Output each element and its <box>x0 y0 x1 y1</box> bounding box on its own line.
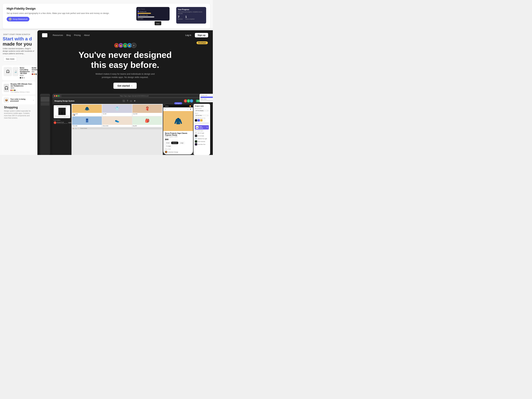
materialyou-name: Material You Light <box>198 138 207 139</box>
primary-bar <box>138 13 151 14</box>
grid-img-6: 🎒 <box>133 117 162 125</box>
beoplay-dot-dark <box>14 90 15 91</box>
avatar-name: Giorgi Bibileiishvili <box>13 18 27 20</box>
body-label: BODY › <box>195 113 209 114</box>
phone-signals: 📶 <box>189 105 191 107</box>
beoplay-shipping: Free shipping | Delivery in Stock <box>11 91 34 93</box>
color-palette-label: COLOR PALETTE › <box>195 118 209 119</box>
nav-right: Log in Sign up <box>183 33 208 38</box>
size-medium[interactable]: Medium <box>171 142 178 144</box>
tab-product[interactable]: Product Details <box>80 128 87 129</box>
secondary-color-row: Secondary color <box>138 14 168 16</box>
phone-action-icons: ♡ ⬆ <box>187 108 191 110</box>
get-started-button[interactable]: Get started → <box>113 82 137 89</box>
michael-name: Michael Scott <box>57 122 68 123</box>
your-theme-row: Aa Your theme ✎ <box>195 125 209 129</box>
thumb-block1 <box>41 97 49 102</box>
thumb-block2 <box>41 102 49 106</box>
nav-pricing[interactable]: Pricing <box>74 34 81 36</box>
left-light-col: DON'T START FROM SCRATCH Start with a d … <box>0 30 38 155</box>
grid-img-1: 🧥 <box>72 105 102 113</box>
see-more-button[interactable]: See more <box>3 57 17 61</box>
size-chart-link[interactable]: Size chart <box>165 148 191 150</box>
theme-edit-icon[interactable]: ✎ <box>207 127 208 128</box>
secondary-color-dot <box>138 14 139 16</box>
invite-accept-btn[interactable]: Invite <box>68 122 72 124</box>
michael-info: Michael Scott admilostine@gmail.com <box>57 122 68 124</box>
nav-login-btn[interactable]: Log in <box>183 33 193 38</box>
cta-section: DON'T START FROM SCRATCH Start with a d … <box>0 30 38 65</box>
grid-inner: 🧥 Hoody $90 <box>72 105 162 127</box>
nav-resources[interactable]: Resources <box>53 34 63 36</box>
start-desc: Unlike standard templates, Stage's desig… <box>0 47 38 55</box>
phone-info: Norse Projects Vagn Classic Popover Hood… <box>163 131 193 154</box>
nav-signup-btn[interactable]: Sign up <box>195 33 208 38</box>
app-content: Make project public <box>52 104 210 155</box>
body-select-chevron: › <box>208 115 208 116</box>
beoplay-dots <box>11 90 34 91</box>
tab-catalog[interactable]: 📋 <box>78 128 79 129</box>
panel-title: Project style <box>195 105 209 107</box>
premade-materialyou: Aa Material You Light <box>195 138 209 140</box>
headphones-info: Noise Cancelling Headphones 700 5329 $32… <box>20 67 30 78</box>
small-preview-thumbnail <box>40 94 50 155</box>
phone-header: ‹ ♡ ⬆ <box>163 108 193 111</box>
beoplay-dot-gold <box>12 90 14 91</box>
phone-back-btn[interactable]: ‹ <box>165 108 165 110</box>
progress-panel: Your Progress There will be your progres… <box>176 7 206 24</box>
text-icon: T <box>127 100 128 102</box>
swatch-white <box>203 119 205 121</box>
share-icon[interactable]: ⬆ <box>190 108 191 110</box>
secondary-bar <box>138 16 154 18</box>
avatar-dot <box>9 18 12 21</box>
beoplay-img: 🎧 <box>4 84 9 92</box>
qr-desc: Allow others to use your camera to previ… <box>54 115 70 118</box>
phone-status-bar: 09:41 📶 <box>163 104 193 108</box>
bottle-img: 🍶 <box>13 67 19 76</box>
size-large[interactable]: Large <box>179 142 184 144</box>
body-font-select[interactable]: SF Pro Text › <box>195 114 209 117</box>
stat-7: 7 fast done <box>178 15 183 20</box>
darkbluepink-thumb: Aa <box>195 143 197 146</box>
invite-title: Invite editors: <box>54 120 70 121</box>
dark-theme-panel: Dark Theme Primary color Secondary color… <box>136 7 170 21</box>
tab-home[interactable]: 🏠 <box>73 128 74 129</box>
collab-avatars: A B C <box>184 99 193 103</box>
grid-info-3: Scarf $35 <box>133 113 162 115</box>
component-icon: ❖ <box>134 100 136 102</box>
nav-about[interactable]: About <box>84 34 90 36</box>
text-colors-label: Text colors <box>138 18 168 19</box>
shopping-desc: Design system crafted especially for eco… <box>2 110 35 119</box>
shopping-cards: 🎧 🍶 Noise Cancelling Headphones 700 5329… <box>0 65 38 119</box>
window-url: https://app.stage.io/projects/84/48894re… <box>61 95 207 97</box>
dot-brown <box>34 74 35 75</box>
color-row: Industrial Orange <box>165 151 191 153</box>
page-wrapper: High-Fidelity Design Set up brand colors… <box>0 0 213 155</box>
grid-item-2: 👕 Tee $45 <box>102 105 132 116</box>
tab-search[interactable]: 🔍 <box>75 128 76 129</box>
color-palette-section: COLOR PALETTE › <box>195 118 209 124</box>
palette-chevron: › <box>208 118 209 119</box>
toolbar-icons: ⬛ T ◻ ❖ <box>77 100 181 102</box>
shopping-label: Shopping <box>2 106 35 109</box>
size-small[interactable]: Small <box>165 142 171 144</box>
dark-theme-label: Dark Theme <box>138 8 168 10</box>
phone-wrapper: Designer 09:41 📶 ‹ ♡ <box>163 104 194 155</box>
dot-red <box>32 74 33 75</box>
window-bar: https://app.stage.io/projects/84/48894re… <box>52 94 210 98</box>
grid-info-2: Tee $45 <box>102 113 132 115</box>
primary-label: Primary color <box>140 11 146 12</box>
developer-badge: Developer <box>196 41 208 44</box>
darkbluepink-name: Dark Blue Pink <box>198 144 205 145</box>
main-layout: DON'T START FROM SCRATCH Start with a d … <box>0 30 213 155</box>
nav-blog[interactable]: Blog <box>66 34 71 36</box>
headings-font-select[interactable]: SF Pro Display › <box>195 110 209 112</box>
headings-chevron: › <box>208 108 209 109</box>
grid-info-5: Shoes $120 <box>102 125 132 127</box>
size-xlarge[interactable]: X-Large <box>165 145 172 147</box>
color-orange-circle <box>165 151 167 153</box>
premade-ios15dark: Aa iOS 15 Dark <box>195 135 209 137</box>
grid-item-5: 👟 Shoes $120 <box>102 117 132 127</box>
heart-icon[interactable]: ♡ <box>187 108 189 110</box>
body-chevron: › <box>208 113 209 114</box>
